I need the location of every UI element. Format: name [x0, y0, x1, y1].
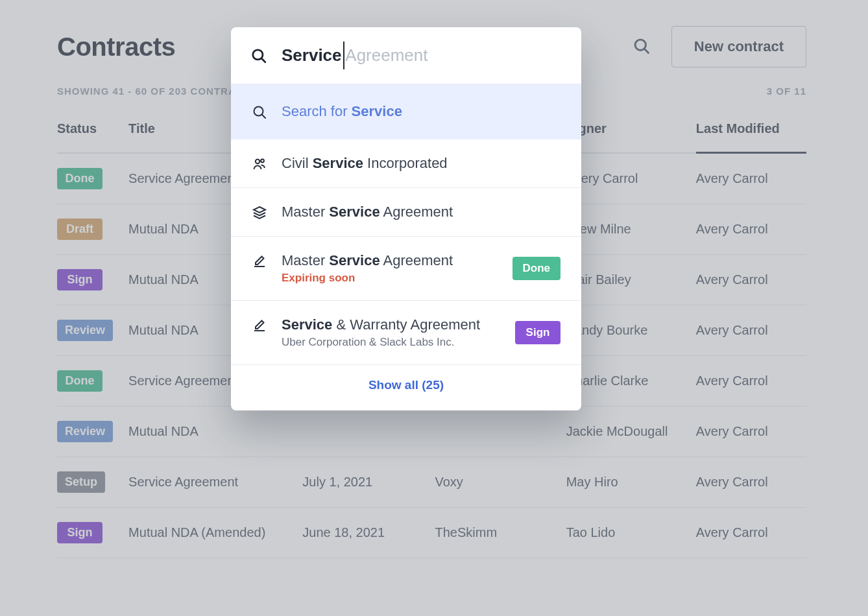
svg-line-5: [262, 115, 265, 118]
status-badge: Done: [512, 257, 561, 280]
app-root: Contracts New contract SHOWING 41 - 60 O…: [0, 0, 868, 616]
search-dialog: Service Agreement Search for Service Civ…: [231, 27, 581, 410]
result-body: Master Service Agreement: [282, 204, 561, 220]
result-body: Master Service AgreementExpiring soon: [282, 252, 498, 285]
stack-icon: [252, 205, 267, 220]
search-result-row[interactable]: Master Service AgreementExpiring soonDon…: [231, 237, 581, 301]
edit-icon: [252, 254, 267, 269]
svg-line-3: [261, 58, 265, 62]
search-input[interactable]: Service Agreement: [282, 45, 428, 65]
status-badge: Sign: [515, 321, 561, 344]
result-body: Service & Warranty AgreementUber Corpora…: [282, 316, 501, 349]
result-subtitle: Uber Corporation & Slack Labs Inc.: [282, 336, 501, 349]
result-badge: Done: [512, 257, 561, 280]
search-icon: [250, 47, 267, 64]
search-result-row[interactable]: Service & Warranty AgreementUber Corpora…: [231, 301, 581, 365]
search-input-row[interactable]: Service Agreement: [231, 27, 581, 84]
show-all-row: Show all (25): [231, 365, 581, 410]
edit-icon: [252, 318, 267, 333]
result-title: Civil Service Incorporated: [282, 155, 561, 172]
search-suggestion-text: Agreement: [342, 45, 428, 65]
search-for-row[interactable]: Search for Service: [231, 84, 581, 139]
people-icon: [252, 156, 267, 172]
search-results: Civil Service IncorporatedMaster Service…: [231, 139, 581, 365]
search-typed-text: Service: [282, 45, 342, 65]
show-all-link[interactable]: Show all (25): [368, 378, 444, 392]
result-badge: Sign: [515, 321, 561, 344]
search-icon: [252, 104, 267, 120]
search-for-label: Search for Service: [282, 103, 402, 120]
search-result-row[interactable]: Civil Service Incorporated: [231, 139, 581, 188]
result-title: Service & Warranty Agreement: [282, 316, 501, 333]
text-cursor: [343, 41, 344, 69]
search-result-row[interactable]: Master Service Agreement: [231, 188, 581, 237]
result-title: Master Service Agreement: [282, 204, 561, 220]
result-title: Master Service Agreement: [282, 252, 498, 269]
result-body: Civil Service Incorporated: [282, 155, 561, 172]
result-subtitle: Expiring soon: [282, 272, 498, 285]
